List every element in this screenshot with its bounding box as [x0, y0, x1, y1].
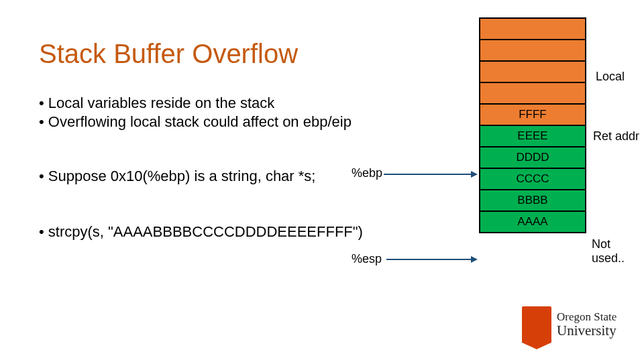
stack-cell-eeee: EEEE [479, 125, 586, 147]
bullet-suppose: • Suppose 0x10(%ebp) is a string, char *… [39, 168, 315, 185]
stack-cell-dddd: DDDD [479, 146, 586, 169]
bullet-local-vars: • Local variables reside on the stack [39, 94, 352, 113]
osu-logo-text: Oregon State University [557, 311, 616, 338]
osu-logo-line2: University [557, 324, 616, 338]
stack-diagram: FFFF EEEE DDDD CCCC BBBB AAAA [479, 17, 586, 233]
stack-cell-2 [479, 60, 586, 83]
stack-cell-0 [479, 17, 586, 40]
page-title: Stack Buffer Overflow [39, 39, 298, 69]
annotation-notused: Not used.. [592, 237, 644, 265]
annotation-local: Local [596, 70, 625, 84]
stack-cell-aaaa: AAAA [479, 210, 586, 233]
esp-label: %esp [352, 252, 382, 266]
esp-arrow [386, 259, 476, 260]
stack-cell-3 [479, 82, 586, 105]
osu-logo: Oregon State University [522, 302, 629, 347]
stack-cell-bbbb: BBBB [479, 189, 586, 212]
stack-cell-ffff: FFFF [479, 103, 586, 126]
bullet-overflow: • Overflowing local stack could affect o… [39, 113, 352, 131]
osu-logo-line1: Oregon State [557, 311, 616, 322]
stack-cell-cccc: CCCC [479, 168, 586, 190]
ebp-label: %ebp [352, 166, 382, 180]
osu-crest-icon [522, 306, 551, 343]
bullet-strcpy: • strcpy(s, "AAAABBBBCCCCDDDDEEEEFFFF") [39, 223, 363, 241]
bullet-group-1: • Local variables reside on the stack • … [39, 94, 352, 131]
annotation-retaddr: Ret addr [593, 129, 639, 143]
ebp-arrow [384, 174, 476, 175]
slide: Stack Buffer Overflow • Local variables … [0, 0, 644, 362]
stack-cell-1 [479, 39, 586, 62]
